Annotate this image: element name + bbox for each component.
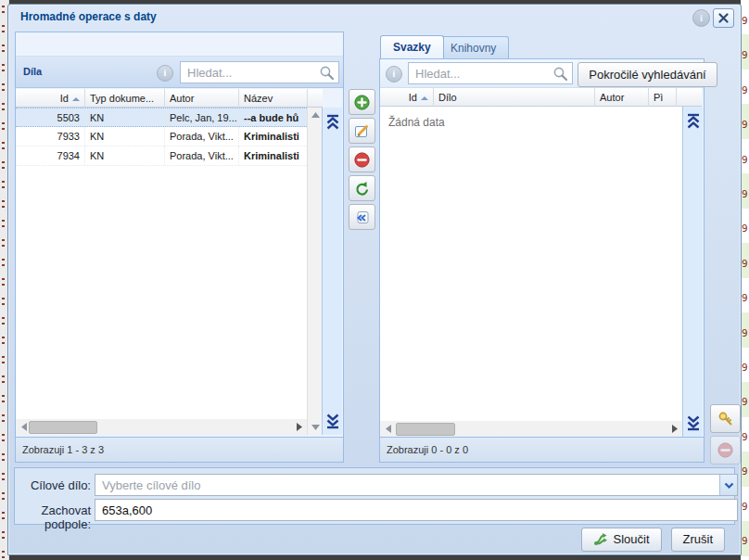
works-panel-header: Díla i bbox=[16, 56, 343, 88]
empty-grid-message: Žádná data bbox=[388, 116, 445, 129]
works-vertical-scrollbar[interactable] bbox=[307, 108, 322, 435]
target-work-combobox[interactable] bbox=[95, 474, 738, 496]
volumes-statusbar: Zobrazuji 0 - 0 z 0 bbox=[380, 437, 704, 462]
works-panel-title: Díla bbox=[23, 66, 42, 77]
works-horizontal-scrollbar[interactable] bbox=[17, 419, 307, 435]
target-work-label: Cílové dílo: bbox=[17, 478, 91, 492]
dialog-titlebar[interactable]: Hromadné operace s daty i bbox=[8, 5, 741, 29]
cancel-button[interactable]: Zrušit bbox=[671, 528, 726, 552]
cancel-button-label: Zrušit bbox=[683, 532, 714, 546]
combo-trigger-button[interactable] bbox=[719, 475, 737, 495]
works-grid-header: Id Typ dokume... Autor Název bbox=[16, 89, 323, 108]
works-search-field[interactable] bbox=[180, 61, 339, 83]
scroll-right-icon[interactable] bbox=[667, 421, 682, 437]
search-icon[interactable] bbox=[552, 66, 568, 82]
volumes-column-id[interactable]: Id bbox=[381, 88, 434, 107]
works-grid-body: 5503 KN Pelc, Jan, 19... --a bude hů 793… bbox=[16, 108, 307, 419]
volumes-column-filler bbox=[677, 88, 686, 107]
volumes-scroll-to-bottom-button[interactable] bbox=[685, 413, 702, 433]
cell-id: 5503 bbox=[16, 108, 85, 127]
double-chevron-up-icon bbox=[325, 114, 340, 130]
merge-icon bbox=[593, 532, 607, 546]
cell-title: Kriminalisti bbox=[239, 146, 307, 165]
remove-button[interactable] bbox=[349, 146, 375, 172]
scroll-down-icon[interactable] bbox=[308, 420, 323, 435]
volumes-grid-body: Žádná data bbox=[380, 107, 682, 421]
scrollbar-thumb[interactable] bbox=[29, 421, 97, 434]
works-column-author[interactable]: Autor bbox=[165, 89, 239, 108]
scroll-right-icon[interactable] bbox=[292, 419, 307, 435]
double-chevron-up-icon bbox=[686, 113, 701, 129]
works-panel: Díla i Id Typ dokume... Autor Název 5503 bbox=[15, 32, 344, 463]
key-button[interactable] bbox=[710, 404, 741, 433]
cell-title: Kriminalisti bbox=[239, 127, 307, 146]
scrollbar-thumb[interactable] bbox=[396, 423, 455, 436]
page-background: 9 9 9 9 9 9 9 9 9 9 9 9 9 9 9 9 Hromadné… bbox=[0, 0, 749, 560]
works-column-id-label: Id bbox=[60, 93, 69, 104]
scroll-up-icon[interactable] bbox=[308, 108, 323, 122]
remove-icon bbox=[354, 152, 370, 168]
cell-id: 7933 bbox=[16, 127, 85, 146]
table-row[interactable]: 7933 KN Porada, Vikt... Kriminalisti bbox=[16, 127, 307, 146]
volumes-column-author[interactable]: Autor bbox=[595, 88, 649, 107]
scroll-left-icon[interactable] bbox=[381, 421, 396, 437]
merge-form: Cílové dílo: Zachovat podpole: bbox=[14, 467, 735, 525]
cell-type: KN bbox=[85, 146, 165, 165]
works-info-icon[interactable]: i bbox=[157, 65, 173, 82]
advanced-search-button[interactable]: Pokročilé vyhledávání bbox=[578, 62, 717, 87]
info-icon[interactable]: i bbox=[692, 9, 710, 27]
works-column-id[interactable]: Id bbox=[17, 89, 85, 108]
background-digits: 9 9 9 9 9 9 9 9 9 9 9 9 9 9 9 9 bbox=[741, 0, 749, 559]
cell-id: 7934 bbox=[16, 146, 85, 165]
table-row[interactable]: 5503 KN Pelc, Jan, 19... --a bude hů bbox=[16, 108, 307, 127]
script-arrow-button[interactable] bbox=[349, 204, 375, 230]
key-icon bbox=[717, 411, 734, 427]
volumes-column-id-label: Id bbox=[409, 92, 417, 103]
works-column-title[interactable]: Název bbox=[239, 89, 308, 108]
edit-button[interactable] bbox=[349, 118, 375, 144]
tab-volumes[interactable]: Svazky bbox=[380, 35, 444, 58]
works-scroll-to-top-button[interactable] bbox=[324, 111, 341, 132]
sort-asc-icon bbox=[421, 96, 428, 100]
undo-button[interactable] bbox=[349, 175, 375, 201]
works-search-input[interactable] bbox=[181, 62, 338, 83]
search-icon[interactable] bbox=[319, 65, 335, 81]
background-right-strip: 9 9 9 9 9 9 9 9 9 9 9 9 9 9 9 9 bbox=[741, 0, 749, 560]
add-button[interactable] bbox=[349, 89, 375, 115]
add-icon bbox=[354, 95, 370, 110]
cell-title: --a bude hů bbox=[239, 108, 307, 127]
volumes-column-pi[interactable]: Pì bbox=[649, 88, 677, 107]
cell-type: KN bbox=[85, 108, 165, 127]
volumes-scroll-strip bbox=[682, 107, 703, 437]
volumes-search-field[interactable] bbox=[408, 62, 573, 84]
merge-button[interactable]: Sloučit bbox=[581, 528, 661, 552]
volumes-scroll-to-top-button[interactable] bbox=[685, 110, 702, 131]
volumes-search-input[interactable] bbox=[409, 63, 572, 83]
volumes-horizontal-scrollbar[interactable] bbox=[381, 421, 682, 437]
background-tick-marks bbox=[2, 0, 5, 560]
double-chevron-down-icon bbox=[686, 415, 701, 431]
remove-icon bbox=[717, 442, 733, 458]
dialog-footer: Sloučit Zrušit bbox=[8, 524, 741, 554]
works-statusbar: Zobrazuji 1 - 3 z 3 bbox=[16, 437, 343, 462]
keep-subfields-input[interactable] bbox=[95, 500, 737, 520]
sort-asc-icon bbox=[72, 97, 80, 101]
volumes-column-work[interactable]: Dílo bbox=[434, 88, 595, 107]
works-column-type[interactable]: Typ dokume... bbox=[85, 89, 165, 108]
double-chevron-down-icon bbox=[325, 414, 340, 429]
keep-subfields-field[interactable] bbox=[95, 499, 738, 521]
volumes-grid-header: Id Dílo Autor Pì bbox=[380, 88, 702, 107]
chevron-down-icon bbox=[724, 482, 734, 489]
close-icon[interactable] bbox=[713, 8, 734, 28]
volumes-toolbar: i Pokročilé vyhledávání bbox=[380, 59, 704, 88]
volumes-info-icon[interactable]: i bbox=[386, 66, 402, 83]
target-work-input[interactable] bbox=[95, 475, 737, 495]
cell-type: KN bbox=[85, 127, 165, 146]
tab-libraries[interactable]: Knihovny bbox=[438, 36, 509, 58]
cell-author: Porada, Vikt... bbox=[165, 146, 239, 165]
works-column-filler bbox=[308, 89, 323, 108]
cell-author: Pelc, Jan, 19... bbox=[165, 108, 239, 127]
remove-volume-button[interactable] bbox=[710, 436, 741, 465]
table-row[interactable]: 7934 KN Porada, Vikt... Kriminalisti bbox=[16, 146, 307, 166]
works-scroll-to-bottom-button[interactable] bbox=[324, 411, 341, 431]
